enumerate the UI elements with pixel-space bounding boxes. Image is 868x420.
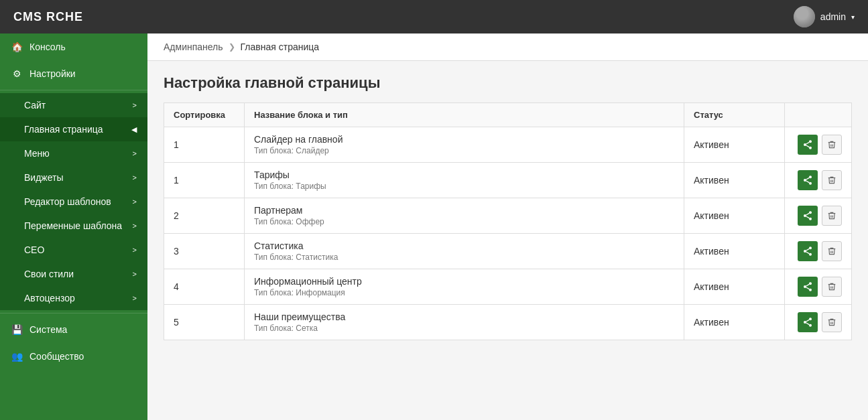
svg-line-3 (806, 145, 810, 147)
sidebar-divider-1 (0, 90, 147, 90)
status-badge: Активен (694, 139, 729, 150)
svg-line-29 (806, 320, 810, 322)
share-button[interactable] (798, 206, 818, 226)
status-badge: Активен (694, 210, 729, 221)
svg-point-12 (809, 218, 812, 220)
sort-number: 5 (174, 317, 179, 328)
table-row: 3 Статистика Тип блока: Статистика Актив… (164, 234, 852, 269)
sidebar-label-seo: CEO (24, 244, 44, 255)
svg-line-9 (806, 178, 810, 180)
block-type: Тип блока: Слайдер (254, 146, 674, 155)
sidebar-item-site[interactable]: Сайт > (0, 93, 147, 117)
sidebar-divider-2 (0, 313, 147, 313)
svg-line-13 (806, 216, 810, 218)
svg-point-22 (809, 289, 812, 291)
chevron-right-icon: > (133, 101, 137, 109)
share-icon (802, 139, 813, 150)
sidebar-label-system: Система (29, 324, 67, 335)
chevron-right-icon-6: > (133, 246, 137, 254)
chevron-left-icon: ◀ (131, 125, 137, 134)
status-badge: Активен (694, 281, 729, 292)
svg-point-26 (804, 321, 806, 324)
sidebar-item-template-vars[interactable]: Переменные шаблона > (0, 214, 147, 238)
sidebar-label-settings: Настройки (29, 68, 76, 79)
block-name: Слайдер на главной (254, 134, 674, 145)
svg-line-19 (806, 249, 810, 251)
system-icon: 💾 (11, 324, 23, 335)
svg-point-10 (809, 211, 812, 214)
user-menu[interactable]: admin ▾ (794, 6, 855, 27)
delete-button[interactable] (822, 277, 842, 297)
share-button[interactable] (798, 277, 818, 297)
sidebar-label-site: Сайт (24, 100, 46, 111)
svg-line-14 (806, 213, 810, 215)
svg-line-24 (806, 284, 810, 286)
svg-line-18 (806, 252, 810, 254)
sort-number: 3 (174, 246, 179, 257)
svg-point-11 (804, 214, 806, 217)
delete-button[interactable] (822, 135, 842, 155)
col-header-sort: Сортировка (164, 103, 245, 127)
content-area: Сортировка Название блока и тип Статус 1… (147, 102, 868, 356)
chevron-right-icon-7: > (133, 270, 137, 278)
sidebar-item-menu[interactable]: Меню > (0, 141, 147, 165)
share-button[interactable] (798, 170, 818, 190)
trash-icon (827, 140, 836, 149)
sidebar-item-community[interactable]: 👥 Сообщество (0, 343, 147, 370)
sidebar-item-settings[interactable]: ⚙ Настройки (0, 60, 147, 87)
sidebar-item-console[interactable]: 🏠 Консоль (0, 33, 147, 60)
svg-point-17 (809, 253, 812, 256)
share-icon (802, 175, 813, 186)
share-icon (802, 210, 813, 221)
sidebar-label-template-vars: Переменные шаблона (24, 220, 122, 231)
sidebar-item-autocensor[interactable]: Автоцензор > (0, 286, 147, 310)
col-header-actions (785, 103, 852, 127)
share-icon (802, 281, 813, 292)
delete-button[interactable] (822, 312, 842, 332)
delete-button[interactable] (822, 206, 842, 226)
svg-point-27 (809, 324, 812, 327)
sidebar-label-console: Консоль (29, 42, 66, 52)
svg-point-0 (809, 140, 812, 143)
svg-point-20 (809, 282, 812, 285)
gear-icon: ⚙ (11, 68, 23, 79)
block-name: Наши преимущества (254, 311, 674, 322)
share-button[interactable] (798, 135, 818, 155)
sort-number: 1 (174, 139, 179, 150)
status-badge: Активен (694, 175, 729, 186)
table-row: 1 Тарифы Тип блока: Тарифы Активен (164, 163, 852, 198)
sort-number: 2 (174, 210, 179, 221)
table-row: 4 Информационный центр Тип блока: Информ… (164, 269, 852, 305)
share-button[interactable] (798, 241, 818, 261)
block-type: Тип блока: Информация (254, 288, 674, 297)
table-row: 2 Партнерам Тип блока: Оффер Активен (164, 198, 852, 234)
svg-point-5 (809, 176, 812, 178)
svg-line-23 (806, 287, 810, 289)
trash-icon (827, 247, 836, 256)
sidebar-item-widgets[interactable]: Виджеты > (0, 165, 147, 190)
svg-point-16 (804, 250, 806, 253)
block-name: Партнерам (254, 205, 674, 216)
sidebar-label-styles: Свои стили (24, 269, 74, 279)
trash-icon (827, 211, 836, 220)
svg-point-2 (809, 147, 812, 149)
sidebar-label-autocensor: Автоцензор (24, 293, 75, 303)
block-type: Тип блока: Сетка (254, 324, 674, 333)
breadcrumb-link[interactable]: Админпанель (164, 42, 223, 52)
breadcrumb: Админпанель ❯ Главная страница (147, 33, 868, 61)
app-logo: CMS RCHE (13, 10, 83, 24)
delete-button[interactable] (822, 170, 842, 190)
sidebar-item-system[interactable]: 💾 Система (0, 316, 147, 343)
trash-icon (827, 176, 836, 185)
share-button[interactable] (798, 312, 818, 332)
home-icon: 🏠 (11, 42, 23, 52)
svg-point-25 (809, 318, 812, 320)
community-icon: 👥 (11, 351, 23, 362)
trash-icon (827, 282, 836, 291)
sidebar-item-styles[interactable]: Свои стили > (0, 262, 147, 286)
sidebar-item-template-editor[interactable]: Редактор шаблонов > (0, 190, 147, 214)
sidebar-item-homepage[interactable]: Главная страница ◀ (0, 117, 147, 141)
block-type: Тип блока: Оффер (254, 217, 674, 226)
delete-button[interactable] (822, 241, 842, 261)
sidebar-item-seo[interactable]: CEO > (0, 238, 147, 262)
